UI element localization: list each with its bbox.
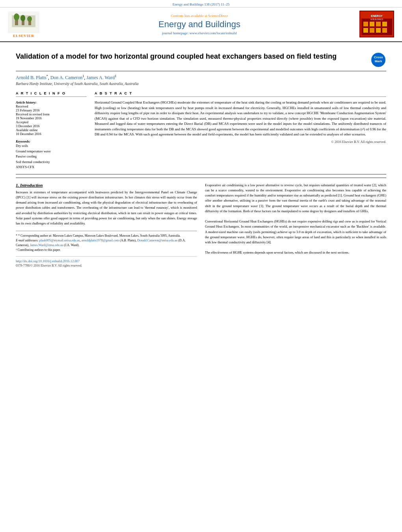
email-label: E-mail addresses:	[16, 239, 39, 242]
received-value: 23 February 2016	[16, 108, 87, 112]
received-label: Received	[16, 104, 87, 108]
header-center: Contents lists available at ScienceDirec…	[39, 14, 359, 35]
article-title: Validation of a model for two horizontal…	[16, 52, 337, 61]
keywords-group: Keywords: Dry soils Ground temperature w…	[16, 139, 87, 170]
email-platts: arnoldplatts1978@gmail.com	[82, 239, 119, 242]
email-ward-name: (J.A. Ward).	[64, 243, 79, 247]
header-section: ELSEVIER Contents lists available at Sci…	[0, 7, 402, 42]
introduction-heading: 1. Introduction	[16, 183, 197, 187]
abstract-panel: A B S T R A C T Horizontal Ground Couple…	[95, 91, 386, 170]
svg-text:Mark: Mark	[375, 59, 382, 63]
online-value: 10 December 2016	[16, 132, 87, 136]
sciencedirect-availability: Contents lists available at ScienceDirec…	[47, 14, 352, 18]
email-cameron: Donald.Cameron@unisa.edu.au	[137, 239, 177, 242]
article-history-group: Article history: Received 23 February 20…	[16, 100, 87, 136]
footnote-corresponding: * * Corresponding author at: Mawson Lake…	[16, 234, 197, 238]
corresponding-text: * Corresponding author at: Mawson Lakes …	[18, 234, 181, 237]
sciencedirect-name[interactable]: ScienceDirect	[208, 14, 228, 18]
authors-line: Arnold B. Platts*, Don A. Cameron1, Jame…	[16, 74, 386, 81]
email-ward: James.Ward@imsa.edu.au	[30, 243, 63, 247]
keyword-4: Soil thermal conductivity	[16, 159, 87, 165]
keyword-1: Dry soils	[16, 143, 87, 149]
energy-buildings-logo-icon: ENERGY & BUILDINGS	[359, 11, 394, 37]
history-label: Article history:	[16, 100, 37, 104]
svg-rect-13	[376, 22, 381, 26]
svg-rect-17	[376, 28, 381, 33]
accepted-label: Accepted	[16, 120, 87, 124]
issn-line: 0378-7788/© 2016 Elsevier B.V. All right…	[16, 264, 82, 267]
journal-logo-right: ENERGY & BUILDINGS	[359, 11, 394, 38]
svg-rect-16	[370, 28, 374, 33]
abstract-title: A B S T R A C T	[95, 91, 386, 97]
revised-label: Received in revised form	[16, 112, 87, 116]
cameron-superscript: 1	[82, 74, 84, 78]
svg-rect-15	[363, 28, 368, 33]
svg-rect-11	[363, 22, 368, 26]
homepage-url[interactable]: www.elsevier.com/locate/enbuild	[190, 31, 237, 35]
introduction-right-text: Evaporative air conditioning is a low po…	[205, 183, 386, 255]
copyright-line: © 2016 Elsevier B.V. All rights reserved…	[95, 140, 386, 144]
body-left-column: 1. Introduction Increases in extremes of…	[16, 183, 197, 267]
accepted-value: 3 December 2016	[16, 124, 87, 128]
ward-superscript: 1	[115, 74, 116, 78]
keyword-3: Passive cooling	[16, 154, 87, 159]
main-content: Validation of a model for two horizontal…	[0, 42, 402, 273]
homepage-label: journal homepage:	[162, 31, 188, 35]
introduction-left-text: Increases in extremes of temperature acc…	[16, 190, 197, 226]
online-label: Available online	[16, 128, 87, 132]
journal-homepage: journal homepage: www.elsevier.com/locat…	[47, 31, 352, 35]
authors-section: Arnold B. Platts*, Don A. Cameron1, Jame…	[16, 71, 386, 87]
journal-reference: Energy and Buildings 138 (2017) 11–25	[173, 2, 230, 6]
svg-point-7	[27, 16, 32, 22]
footnote-email-line: E-mail addresses: plaab005@mymail.unisa.…	[16, 238, 197, 248]
author-platts: Arnold B. Platts	[16, 75, 47, 80]
svg-rect-12	[370, 22, 374, 26]
svg-point-5	[20, 15, 25, 21]
email-values: plaab005@mymail.unisa.edu.au	[39, 239, 80, 242]
abstract-text: Horizontal Ground Coupled Heat Exchanger…	[95, 100, 386, 137]
contributor-note: ¹ Contributing authors to this paper.	[16, 248, 197, 252]
svg-rect-14	[382, 22, 387, 26]
crossmark-badge[interactable]: Cross Mark	[370, 52, 386, 68]
elsevier-logo-container: ELSEVIER	[8, 11, 39, 38]
affiliation-line: Barbara Hardy Institute, University of S…	[16, 82, 386, 86]
elsevier-brand-text: ELSEVIER	[13, 34, 34, 38]
top-bar: Energy and Buildings 138 (2017) 11–25	[0, 0, 402, 7]
journal-title-header: Energy and Buildings	[47, 19, 352, 30]
article-title-section: Validation of a model for two horizontal…	[16, 48, 386, 71]
footnote-section: * * Corresponding author at: Mawson Lake…	[16, 231, 197, 252]
svg-text:& BUILDINGS: & BUILDINGS	[370, 18, 383, 20]
keyword-2: Ground temperature wave	[16, 149, 87, 154]
svg-point-3	[14, 13, 19, 20]
svg-text:ENERGY: ENERGY	[371, 15, 383, 17]
body-section: 1. Introduction Increases in extremes of…	[16, 183, 386, 267]
section-divider	[16, 178, 386, 178]
doi-link[interactable]: http://dx.doi.org/10.1016/j.enbuild.2016…	[16, 259, 197, 263]
two-column-section: A R T I C L E I N F O Article history: R…	[16, 91, 386, 174]
keyword-5: ANSYS-CFX	[16, 165, 87, 170]
sciencedirect-prefix: Contents lists available at	[171, 14, 207, 18]
corresponding-marker: *	[47, 74, 48, 78]
revised-value: 19 November 2016	[16, 116, 87, 120]
body-right-column: Evaporative air conditioning is a low po…	[205, 183, 386, 267]
article-info-title: A R T I C L E I N F O	[16, 91, 87, 97]
article-info-panel: A R T I C L E I N F O Article history: R…	[16, 91, 87, 170]
author-ward: James A. Ward	[86, 75, 115, 80]
elsevier-tree-icon	[8, 11, 39, 33]
bottom-links-section: http://dx.doi.org/10.1016/j.enbuild.2016…	[16, 256, 197, 267]
svg-rect-18	[382, 28, 387, 33]
keywords-label: Keywords:	[16, 139, 30, 143]
author-cameron: Don A. Cameron	[50, 75, 83, 80]
email-platts-name: (A.B. Platts),	[120, 239, 137, 242]
svg-text:Cross: Cross	[374, 56, 383, 59]
